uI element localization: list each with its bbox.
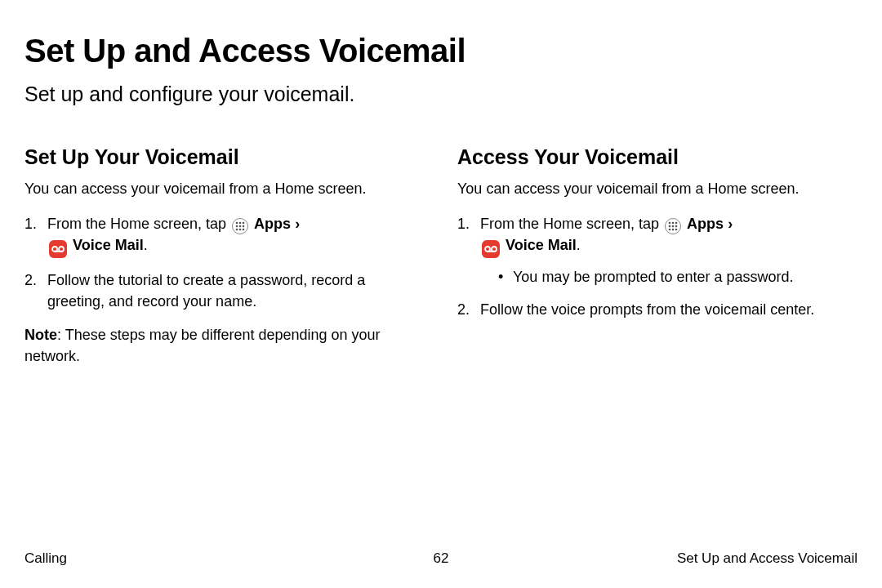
svg-point-17 (675, 225, 678, 228)
svg-point-2 (243, 222, 245, 225)
svg-point-6 (236, 229, 238, 231)
right-intro: You can access your voicemail from a Hom… (457, 179, 858, 198)
svg-point-13 (672, 222, 675, 225)
svg-point-15 (669, 225, 671, 228)
left-column: Set Up Your Voicemail You can access you… (24, 145, 425, 367)
right-step-2: Follow the voice prompts from the voicem… (457, 299, 858, 320)
left-step-1: From the Home screen, tap Apps › (24, 213, 425, 258)
left-step-2: Follow the tutorial to create a password… (24, 270, 425, 312)
page-footer: Calling 62 Set Up and Access Voicemail (24, 550, 858, 567)
svg-point-19 (672, 229, 675, 231)
right-bullet-1: You may be prompted to enter a password. (498, 266, 858, 287)
svg-point-7 (239, 229, 242, 231)
apps-label: Apps (254, 216, 291, 232)
footer-left: Calling (24, 550, 67, 567)
svg-point-8 (243, 229, 245, 231)
right-sub-bullets: You may be prompted to enter a password. (480, 266, 858, 287)
content-columns: Set Up Your Voicemail You can access you… (24, 145, 858, 367)
right-heading: Access Your Voicemail (457, 145, 858, 169)
left-intro: You can access your voicemail from a Hom… (24, 179, 425, 198)
svg-point-4 (239, 225, 242, 228)
svg-point-1 (239, 222, 242, 225)
right-steps: From the Home screen, tap Apps › (457, 213, 858, 320)
right-step-1: From the Home screen, tap Apps › (457, 213, 858, 287)
chevron-right-icon: › (728, 216, 733, 232)
apps-label: Apps (687, 216, 724, 232)
page-title: Set Up and Access Voicemail (24, 33, 858, 69)
note-bold: Note (24, 327, 57, 343)
apps-icon (665, 218, 681, 234)
right-column: Access Your Voicemail You can access you… (457, 145, 858, 367)
footer-page-number: 62 (434, 550, 449, 567)
note-text: Note: These steps may be different depen… (24, 324, 425, 367)
left-steps: From the Home screen, tap Apps › (24, 213, 425, 312)
svg-point-5 (243, 225, 245, 228)
svg-point-18 (669, 229, 671, 231)
svg-point-16 (672, 225, 675, 228)
left-heading: Set Up Your Voicemail (24, 145, 425, 169)
svg-point-0 (236, 222, 238, 225)
step1-pretext: From the Home screen, tap (47, 216, 230, 232)
voicemail-label: Voice Mail (506, 237, 577, 253)
svg-point-14 (675, 222, 678, 225)
period: . (577, 237, 581, 253)
voicemail-icon (49, 240, 67, 258)
note-rest: : These steps may be different depending… (24, 327, 381, 364)
apps-icon (232, 218, 248, 234)
chevron-right-icon: › (295, 216, 300, 232)
step1-pretext: From the Home screen, tap (480, 216, 663, 232)
period: . (144, 237, 148, 253)
voicemail-icon (482, 240, 500, 258)
svg-point-12 (669, 222, 671, 225)
footer-right: Set Up and Access Voicemail (677, 550, 858, 567)
svg-point-3 (236, 225, 238, 228)
voicemail-label: Voice Mail (73, 237, 144, 253)
page-subtitle: Set up and configure your voicemail. (24, 82, 858, 106)
svg-point-20 (675, 229, 678, 231)
